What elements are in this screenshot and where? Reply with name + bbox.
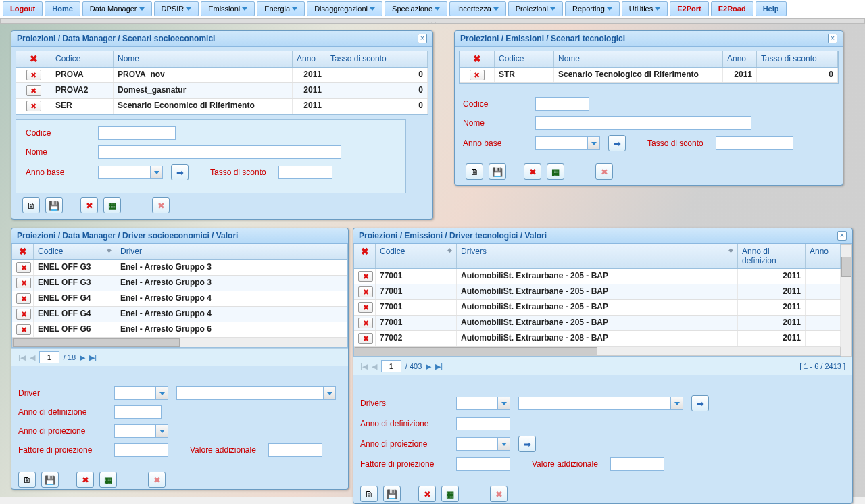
save-button[interactable]: 💾 <box>41 472 59 488</box>
prev-page-icon[interactable]: ◀ <box>372 362 377 371</box>
utilities-menu[interactable]: Utilities <box>622 1 668 16</box>
panel-header[interactable]: Proiezioni / Emissioni / Scenari tecnolo… <box>455 31 843 47</box>
new-button[interactable]: 🗎 <box>18 472 36 488</box>
dpsir-menu[interactable]: DPSIR <box>154 1 199 16</box>
col-annodef[interactable]: Anno di definizion <box>738 244 806 268</box>
annobase-input[interactable] <box>535 136 588 150</box>
delete-row-button[interactable]: ✖ <box>358 286 373 297</box>
save-button[interactable]: 💾 <box>489 163 506 180</box>
table-row[interactable]: ✖ENEL OFF G3Enel - Arresto Gruppo 3 <box>12 260 347 276</box>
col-codice[interactable]: Codice◆ <box>376 244 457 268</box>
delete-button[interactable]: ✖ <box>76 472 94 488</box>
go-button[interactable]: ➡ <box>518 436 536 452</box>
e2road-button[interactable]: E2Road <box>711 1 753 16</box>
chevron-down-icon[interactable] <box>498 437 510 451</box>
excel-button[interactable]: ▦ <box>547 163 564 180</box>
toolbar-splitter[interactable] <box>0 18 865 24</box>
driver-name-input[interactable] <box>176 386 324 400</box>
table-row[interactable]: ✖77002AutomobiliSt. Extraurbane - 208 - … <box>354 331 841 347</box>
chevron-down-icon[interactable] <box>671 397 683 410</box>
delete-row-button[interactable]: ✖ <box>26 70 41 80</box>
driver-code-input[interactable] <box>114 386 156 400</box>
incertezza-menu[interactable]: Incertezza <box>449 1 506 16</box>
data-manager-menu[interactable]: Data Manager <box>82 1 152 16</box>
table-row[interactable]: ✖ENEL OFF G4Enel - Arresto Gruppo 4 <box>12 291 347 307</box>
tasso-input[interactable] <box>278 166 332 179</box>
panel-header[interactable]: Proiezioni / Emissioni / Driver tecnolog… <box>353 228 852 244</box>
reset-button[interactable]: ✖ <box>148 472 166 488</box>
logout-button[interactable]: Logout <box>3 1 43 16</box>
annodef-input[interactable] <box>456 417 510 430</box>
table-row[interactable]: ✖SERScenario Economico di Riferimento201… <box>16 99 428 114</box>
delete-row-button[interactable]: ✖ <box>16 324 31 335</box>
energia-menu[interactable]: Energia <box>257 1 305 16</box>
reset-button[interactable]: ✖ <box>490 486 508 502</box>
chevron-down-icon[interactable] <box>151 166 163 179</box>
delete-row-button[interactable]: ✖ <box>26 101 41 111</box>
delete-row-button[interactable]: ✖ <box>16 309 31 320</box>
table-row[interactable]: ✖77001AutomobiliSt. Extraurbane - 205 - … <box>354 316 841 331</box>
disaggregazioni-menu[interactable]: Disaggregazioni <box>307 1 382 16</box>
e2port-button[interactable]: E2Port <box>670 1 708 16</box>
reporting-menu[interactable]: Reporting <box>565 1 620 16</box>
go-button[interactable]: ➡ <box>608 135 626 151</box>
first-page-icon[interactable]: |◀ <box>360 362 368 371</box>
col-driver[interactable]: Driver <box>116 244 347 259</box>
speciazione-menu[interactable]: Speciazione <box>385 1 447 16</box>
fattore-input[interactable] <box>456 457 510 471</box>
col-codice[interactable]: Codice <box>495 51 554 67</box>
col-tasso[interactable]: Tasso di sconto <box>326 51 428 67</box>
annobase-input[interactable] <box>98 166 151 179</box>
first-page-icon[interactable]: |◀ <box>18 353 26 362</box>
prev-page-icon[interactable]: ◀ <box>30 353 35 362</box>
excel-button[interactable]: ▦ <box>441 486 459 502</box>
h-scrollbar[interactable] <box>354 347 841 356</box>
table-row[interactable]: ✖77001AutomobiliSt. Extraurbane - 205 - … <box>354 300 841 316</box>
delete-row-button[interactable]: ✖ <box>16 278 31 288</box>
chevron-down-icon[interactable] <box>588 136 600 150</box>
col-anno[interactable]: Anno <box>293 51 326 67</box>
col-nome[interactable]: Nome <box>554 51 723 67</box>
next-page-icon[interactable]: ▶ <box>80 353 85 362</box>
delete-row-button[interactable]: ✖ <box>358 302 373 313</box>
table-row[interactable]: ✖PROVA2Domest_gasnatur20110 <box>16 83 428 99</box>
delete-all-icon[interactable] <box>28 54 39 64</box>
table-row[interactable]: ✖ENEL OFF G4Enel - Arresto Gruppo 4 <box>12 307 347 322</box>
delete-button[interactable]: ✖ <box>524 163 541 180</box>
proiezioni-menu[interactable]: Proiezioni <box>508 1 563 16</box>
home-button[interactable]: Home <box>45 1 80 16</box>
delete-all-icon[interactable] <box>360 247 370 256</box>
delete-row-button[interactable]: ✖ <box>358 318 373 328</box>
delete-row-button[interactable]: ✖ <box>358 333 373 344</box>
col-anno[interactable]: Anno <box>806 244 841 268</box>
table-row[interactable]: ✖77001AutomobiliSt. Extraurbane - 205 - … <box>354 269 841 284</box>
emissioni-menu[interactable]: Emissioni <box>201 1 255 16</box>
new-button[interactable]: 🗎 <box>360 486 378 502</box>
reset-button[interactable]: ✖ <box>152 197 170 213</box>
panel-header[interactable]: Proiezioni / Data Manager / Driver socio… <box>11 228 348 244</box>
col-codice[interactable]: Codice◆ <box>34 244 116 259</box>
table-row[interactable]: ✖77001AutomobiliSt. Extraurbane - 205 - … <box>354 284 841 300</box>
panel-header[interactable]: Proiezioni / Data Manager / Scenari soci… <box>11 31 432 47</box>
col-nome[interactable]: Nome <box>114 51 293 67</box>
chevron-down-icon[interactable] <box>156 386 168 400</box>
next-page-icon[interactable]: ▶ <box>426 362 431 371</box>
col-drivers[interactable]: Drivers◆ <box>457 244 738 268</box>
page-input[interactable] <box>39 351 59 363</box>
v-scrollbar[interactable] <box>841 244 852 357</box>
save-button[interactable]: 💾 <box>383 486 401 502</box>
table-row[interactable]: ✖PROVAPROVA_nov20110 <box>16 68 428 83</box>
delete-button[interactable]: ✖ <box>80 197 98 213</box>
delete-row-button[interactable]: ✖ <box>16 293 31 304</box>
table-row[interactable]: ✖ENEL OFF G6Enel - Arresto Gruppo 6 <box>12 322 347 338</box>
delete-row-button[interactable]: ✖ <box>470 70 485 80</box>
last-page-icon[interactable]: ▶| <box>435 362 443 371</box>
close-icon[interactable]: × <box>828 34 837 43</box>
h-scrollbar[interactable] <box>12 338 347 347</box>
valadd-input[interactable] <box>268 443 322 457</box>
save-button[interactable]: 💾 <box>45 197 63 213</box>
delete-all-icon[interactable] <box>472 54 483 64</box>
delete-row-button[interactable]: ✖ <box>358 271 373 282</box>
close-icon[interactable]: × <box>418 34 427 43</box>
driver-code-input[interactable] <box>456 397 498 410</box>
